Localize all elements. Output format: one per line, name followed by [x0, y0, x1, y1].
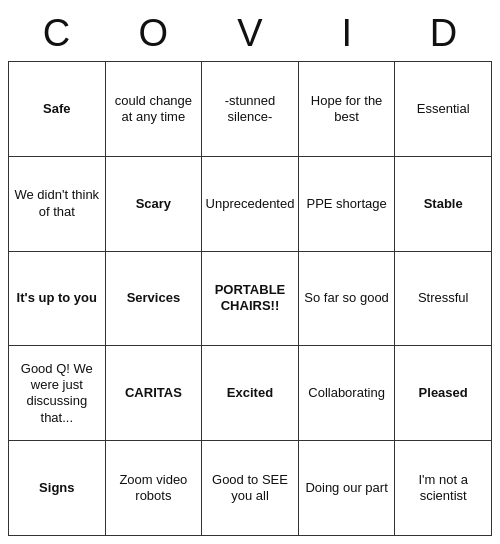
header-letter-v: V — [210, 12, 290, 55]
cell-r2-c4: Stressful — [395, 251, 492, 346]
cell-r2-c2: PORTABLE CHAIRS!! — [202, 251, 299, 346]
header-letter-d: D — [404, 12, 484, 55]
cell-r2-c1: Services — [105, 251, 202, 346]
header-letter-o: O — [113, 12, 193, 55]
cell-r4-c1: Zoom video robots — [105, 441, 202, 536]
cell-r0-c1: could change at any time — [105, 62, 202, 157]
cell-r1-c4: Stable — [395, 156, 492, 251]
cell-r2-c0: It's up to you — [9, 251, 106, 346]
bingo-grid: Safecould change at any time-stunned sil… — [8, 61, 492, 536]
bingo-header: C O V I D — [8, 8, 492, 61]
cell-r3-c2: Excited — [202, 346, 299, 441]
cell-r4-c3: Doing our part — [298, 441, 395, 536]
header-letter-c: C — [16, 12, 96, 55]
cell-r4-c4: I'm not a scientist — [395, 441, 492, 536]
cell-r3-c4: Pleased — [395, 346, 492, 441]
cell-r1-c0: We didn't think of that — [9, 156, 106, 251]
cell-r0-c4: Essential — [395, 62, 492, 157]
cell-r4-c2: Good to SEE you all — [202, 441, 299, 536]
cell-r4-c0: Signs — [9, 441, 106, 536]
header-letter-i: I — [307, 12, 387, 55]
cell-r3-c0: Good Q! We were just discussing that... — [9, 346, 106, 441]
cell-r2-c3: So far so good — [298, 251, 395, 346]
cell-r1-c2: Unprecedented — [202, 156, 299, 251]
cell-r0-c2: -stunned silence- — [202, 62, 299, 157]
cell-r0-c0: Safe — [9, 62, 106, 157]
cell-r3-c3: Collaborating — [298, 346, 395, 441]
cell-r3-c1: CARITAS — [105, 346, 202, 441]
cell-r0-c3: Hope for the best — [298, 62, 395, 157]
cell-r1-c3: PPE shortage — [298, 156, 395, 251]
cell-r1-c1: Scary — [105, 156, 202, 251]
